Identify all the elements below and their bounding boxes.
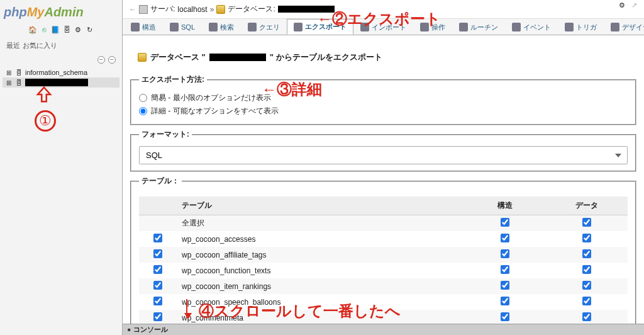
- radio-simple[interactable]: [139, 94, 147, 102]
- tab-triggers[interactable]: トリガ: [558, 19, 604, 35]
- row-structure-checkbox[interactable]: [501, 297, 509, 305]
- selectall-structure-checkbox[interactable]: [501, 218, 509, 227]
- tab-label: SQL: [181, 23, 195, 31]
- server-label: サーバ:: [150, 4, 175, 14]
- table-row: wp_cocoon_affiliate_tags: [139, 247, 628, 263]
- format-legend: フォーマット:: [139, 129, 192, 140]
- tree-item-information-schema[interactable]: ⊞ 🗄 information_schema: [3, 67, 119, 77]
- row-name: wp_cocoon_accesses: [177, 231, 464, 247]
- recent-fav-row: 最近 お気に入り: [0, 37, 122, 54]
- logo[interactable]: phpMyAdmin: [0, 0, 122, 22]
- operations-icon: [420, 23, 429, 31]
- title-suffix: " からテーブルをエクスポート: [270, 52, 382, 63]
- row-data-checkbox[interactable]: [582, 281, 591, 290]
- docs-icon[interactable]: 📘: [50, 25, 60, 35]
- gear-icon[interactable]: ⚙: [73, 25, 83, 35]
- row-checkbox[interactable]: [153, 312, 162, 321]
- row-checkbox[interactable]: [153, 297, 162, 305]
- tab-import[interactable]: インポート: [353, 19, 413, 35]
- expand-icon[interactable]: ⊞: [5, 79, 13, 86]
- row-name: wp_cocoon_item_rankings: [177, 278, 464, 294]
- tables-table: テーブル 構造 データ 全選択 wp_cocoon_accesses wp_co…: [139, 196, 628, 324]
- row-structure-checkbox[interactable]: [501, 265, 509, 274]
- radio-detail-row[interactable]: 詳細 - 可能なオプションをすべて表示: [139, 105, 628, 118]
- settings-icon[interactable]: ⚙: [619, 1, 628, 10]
- database-icon: [138, 53, 147, 62]
- tree-item-label: information_schema: [25, 69, 87, 76]
- tables-fieldset: テーブル： テーブル 構造 データ 全選択 wp_cocoon_accesses…: [130, 176, 636, 324]
- reload-icon[interactable]: ↻: [84, 25, 94, 35]
- select-all-label[interactable]: 全選択: [177, 215, 464, 232]
- row-data-checkbox[interactable]: [582, 249, 591, 258]
- row-data-checkbox[interactable]: [582, 234, 591, 242]
- page-title: データベース " " からテーブルをエクスポート: [129, 45, 638, 71]
- row-structure-checkbox[interactable]: [501, 312, 509, 321]
- table-row: wp_cocoon_accesses: [139, 231, 628, 247]
- row-data-checkbox[interactable]: [582, 312, 591, 321]
- tab-sql[interactable]: SQL: [163, 19, 202, 35]
- structure-icon: [131, 23, 140, 31]
- table-row-selectall: 全選択: [139, 215, 628, 232]
- row-data-checkbox[interactable]: [582, 265, 591, 274]
- console-bar[interactable]: コンソール: [123, 324, 644, 335]
- row-name: wp_cocoon_function_texts: [177, 263, 464, 278]
- tab-export[interactable]: エクスポート: [287, 19, 353, 35]
- tabbar: 構造 SQL 検索 クエリ エクスポート インポート 操作 ルーチン イベント …: [123, 19, 644, 35]
- sql-icon[interactable]: 🗄: [62, 25, 72, 35]
- server-icon: [139, 5, 148, 14]
- arrow-icon[interactable]: ↗: [631, 1, 640, 10]
- sql-tab-icon: [170, 23, 179, 31]
- server-value[interactable]: localhost: [177, 5, 207, 14]
- tab-operations[interactable]: 操作: [413, 19, 452, 35]
- radio-detail[interactable]: [139, 107, 147, 115]
- logo-part2: My: [27, 5, 45, 20]
- search-icon: [209, 23, 218, 31]
- export-method-legend: エクスポート方法:: [139, 74, 207, 85]
- tab-routines[interactable]: ルーチン: [452, 19, 505, 35]
- tab-structure[interactable]: 構造: [124, 19, 163, 35]
- selectall-data-checkbox[interactable]: [582, 218, 591, 227]
- row-structure-checkbox[interactable]: [501, 281, 509, 290]
- title-prefix: データベース ": [150, 52, 206, 63]
- breadcrumb-sep: »: [210, 5, 214, 14]
- tab-query[interactable]: クエリ: [241, 19, 287, 35]
- row-checkbox[interactable]: [153, 281, 162, 290]
- row-name: wp_cocoon_affiliate_tags: [177, 247, 464, 263]
- tree-item-selected-db[interactable]: ⊞ 🗄: [3, 77, 119, 88]
- favorites-label[interactable]: お気に入り: [23, 41, 57, 50]
- breadcrumb: ← サーバ: localhost » データベース:: [123, 0, 644, 19]
- row-data-checkbox[interactable]: [582, 297, 591, 305]
- nav-left-icon[interactable]: ←: [129, 5, 136, 14]
- tab-designer[interactable]: デザイナ: [604, 19, 644, 35]
- tables-legend: テーブル：: [139, 176, 182, 186]
- sidebar-toolbar: 🏠 ⎋ 📘 🗄 ⚙ ↻: [0, 22, 122, 37]
- tab-events[interactable]: イベント: [505, 19, 558, 35]
- row-checkbox[interactable]: [153, 249, 162, 258]
- recent-label[interactable]: 最近: [6, 41, 20, 50]
- row-structure-checkbox[interactable]: [501, 249, 509, 258]
- collapse-all-icon[interactable]: −: [97, 56, 105, 64]
- events-icon: [512, 23, 521, 31]
- expand-icon[interactable]: ⊞: [5, 69, 13, 76]
- home-icon[interactable]: 🏠: [28, 25, 38, 35]
- row-checkbox[interactable]: [153, 234, 162, 242]
- radio-simple-row[interactable]: 簡易 - 最小限のオプションだけ表示: [139, 91, 628, 105]
- query-icon: [248, 23, 257, 31]
- format-select[interactable]: SQL: [139, 146, 628, 164]
- tab-label: ルーチン: [470, 23, 498, 32]
- collapse-icon[interactable]: −: [108, 56, 116, 64]
- row-structure-checkbox[interactable]: [501, 234, 509, 242]
- table-row: wp_cocoon_item_rankings: [139, 278, 628, 294]
- header-data: データ: [546, 196, 628, 215]
- tab-label: 構造: [142, 23, 156, 32]
- row-checkbox[interactable]: [153, 265, 162, 274]
- db-small-icon: 🗄: [15, 69, 23, 76]
- db-label: データベース:: [228, 4, 275, 14]
- redacted-db-value[interactable]: [278, 6, 335, 13]
- tab-search[interactable]: 検索: [202, 19, 241, 35]
- database-icon: [216, 5, 225, 14]
- redacted-title-db: [209, 54, 266, 61]
- tab-label: インポート: [372, 23, 406, 32]
- tab-label: エクスポート: [305, 22, 347, 31]
- exit-icon[interactable]: ⎋: [39, 25, 49, 35]
